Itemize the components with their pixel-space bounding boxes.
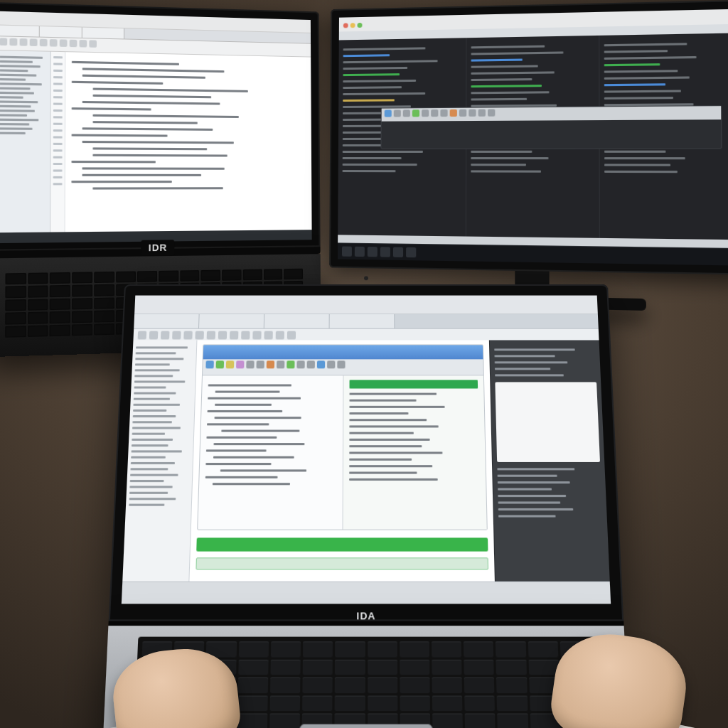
inner-window-toolbar <box>203 359 483 375</box>
screen-bezel <box>109 284 624 621</box>
file-tree-sidebar <box>122 340 197 582</box>
inner-app-window <box>197 344 488 530</box>
screen-bezel <box>0 2 321 251</box>
line-number-gutter <box>50 52 65 237</box>
dark-side-panel <box>489 340 610 582</box>
brand-label: IDR <box>141 240 174 255</box>
main-editor-area <box>189 340 495 582</box>
monitor-back-right <box>329 0 728 313</box>
green-header-bar <box>349 380 478 388</box>
trackpad <box>299 724 433 728</box>
screen-content-dark-ide <box>338 9 728 266</box>
floating-toolbar <box>382 106 722 122</box>
inner-left-pane <box>198 375 343 530</box>
taskbar-icon <box>355 247 365 257</box>
inner-window-titlebar-blue <box>203 345 483 359</box>
screen-bezel <box>329 0 728 275</box>
screen-content-light-editor <box>0 11 312 243</box>
floating-toolbar-window <box>381 105 722 149</box>
taskbar-icon <box>380 247 390 257</box>
green-status-bar <box>196 537 488 551</box>
taskbar-icon <box>368 247 378 257</box>
window-controls <box>343 18 365 31</box>
taskbar-icon <box>393 247 403 257</box>
inner-right-pane <box>343 375 487 530</box>
code-area <box>65 52 312 237</box>
green-progress-bar <box>196 557 488 569</box>
preview-area <box>495 382 600 462</box>
status-bar <box>122 582 611 604</box>
webcam-icon <box>364 276 368 280</box>
screen-content-ide <box>122 296 611 604</box>
window-titlebar <box>134 296 598 314</box>
brand-label: IDA <box>356 610 375 621</box>
file-tree-sidebar <box>0 50 51 238</box>
taskbar-icon <box>406 247 416 257</box>
taskbar-icon <box>342 247 352 257</box>
editor-tabs <box>134 314 599 329</box>
